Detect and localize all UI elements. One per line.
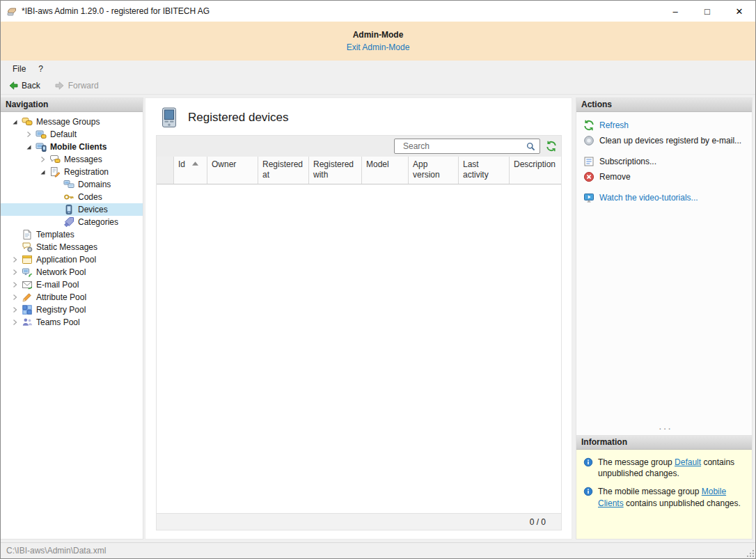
tree-item-registration[interactable]: Registration — [1, 166, 143, 178]
tree-item-label: Application Pool — [36, 255, 99, 265]
tree-expanded-icon[interactable] — [22, 143, 36, 151]
email-pool-icon — [22, 279, 33, 290]
admin-mode-banner: Admin-Mode Exit Admin-Mode — [1, 22, 755, 61]
info-link-default[interactable]: Default — [675, 457, 701, 467]
sort-ascending-icon — [192, 162, 198, 166]
forward-button[interactable]: Forward — [50, 79, 103, 93]
tree-item-label: Messages — [64, 155, 105, 164]
tree-item-label: Registration — [64, 167, 111, 177]
back-label: Back — [22, 81, 40, 90]
action-refresh[interactable]: Refresh — [583, 118, 748, 133]
tree-collapsed-icon[interactable] — [8, 255, 22, 264]
info-item-mobile-clients-unpublished: The mobile message group Mobile Clients … — [583, 486, 748, 508]
row-count: 0 / 0 — [530, 517, 546, 527]
tree-item-teams-pool[interactable]: Teams Pool — [1, 316, 143, 329]
actions-panel: Actions Refresh Clean up devices registe… — [576, 97, 753, 435]
tree-collapsed-icon[interactable] — [36, 155, 49, 164]
tree-item-label: Attribute Pool — [36, 292, 89, 302]
tree-item-label: Mobile Clients — [50, 142, 109, 152]
row-header-column — [157, 157, 174, 184]
column-header-owner[interactable]: Owner — [207, 157, 258, 184]
tree-item-label: Teams Pool — [36, 317, 83, 327]
teams-pool-icon — [22, 317, 33, 328]
information-header: Information — [576, 436, 752, 450]
action-watch-video-tutorials[interactable]: Watch the video-tutorials... — [583, 190, 748, 205]
tree-item-label: Static Messages — [36, 242, 100, 252]
navigation-toolbar: Back Forward — [1, 77, 755, 95]
search-box — [394, 139, 540, 154]
tree-item-messages[interactable]: Messages — [1, 153, 143, 166]
tree-collapsed-icon[interactable] — [8, 318, 22, 326]
exit-admin-mode-link[interactable]: Exit Admin-Mode — [347, 42, 410, 52]
action-clean-up-devices[interactable]: Clean up devices registerd by e-mail... — [583, 133, 748, 148]
tree-item-email-pool[interactable]: E-mail Pool — [1, 278, 143, 291]
subscriptions-icon — [583, 156, 594, 167]
action-remove[interactable]: Remove — [583, 169, 748, 184]
devices-icon — [63, 204, 74, 215]
forward-arrow-icon — [54, 80, 65, 91]
tree-collapsed-icon[interactable] — [8, 281, 22, 289]
tree-item-codes[interactable]: Codes — [1, 191, 143, 203]
tree-item-static-messages[interactable]: Static Messages — [1, 241, 143, 253]
maximize-button[interactable]: □ — [691, 1, 723, 22]
information-panel: Information The message group Default co… — [576, 435, 753, 540]
tree-item-domains[interactable]: Domains — [1, 178, 143, 191]
page-title: Registered devices — [188, 111, 289, 125]
column-header-last-activity[interactable]: Last activity — [459, 157, 510, 184]
tree-item-network-pool[interactable]: Network Pool — [1, 266, 143, 278]
column-header-id[interactable]: Id — [174, 157, 207, 184]
admin-mode-title: Admin-Mode — [353, 30, 404, 40]
tree-item-application-pool[interactable]: Application Pool — [1, 253, 143, 266]
tree-item-label: Domains — [78, 180, 113, 189]
tree-expanded-icon[interactable] — [8, 118, 22, 126]
registered-devices-icon — [160, 107, 178, 128]
back-button[interactable]: Back — [3, 79, 45, 93]
tree-item-templates[interactable]: Templates — [1, 228, 143, 241]
actions-list: Refresh Clean up devices registerd by e-… — [576, 112, 752, 435]
column-header-registered-with[interactable]: Registered with — [309, 157, 362, 184]
statusbar-path: C:\IBI-aws\Admin\Data.xml — [6, 546, 106, 556]
mobile-message-group-icon — [36, 141, 47, 152]
tree-item-default[interactable]: Default — [1, 128, 143, 141]
column-header-model[interactable]: Model — [362, 157, 409, 184]
information-list: The message group Default contains unpub… — [576, 450, 752, 539]
tree-item-label: Devices — [78, 205, 111, 214]
resize-grip-icon[interactable] — [746, 549, 755, 558]
panel-splitter[interactable]: ··· — [583, 423, 748, 434]
tree-item-message-groups[interactable]: Message Groups — [1, 116, 143, 128]
tree-collapsed-icon[interactable] — [8, 306, 22, 314]
tree-item-devices[interactable]: Devices — [1, 203, 143, 216]
column-header-registered-at[interactable]: Registered at — [258, 157, 309, 184]
tree-collapsed-icon[interactable] — [8, 293, 22, 301]
column-header-app-version[interactable]: App version — [409, 157, 459, 184]
templates-icon — [22, 229, 33, 240]
maximize-icon: □ — [704, 6, 710, 17]
search-input[interactable] — [395, 141, 521, 151]
tree-item-categories[interactable]: Categories — [1, 216, 143, 228]
tree-item-attribute-pool[interactable]: Attribute Pool — [1, 291, 143, 304]
main-panel: Registered devices — [145, 97, 572, 540]
titlebar: *IBI-aws Admin 1.29.0 - registered for I… — [1, 1, 755, 22]
page-title-row: Registered devices — [145, 98, 572, 135]
menu-file[interactable]: File — [6, 62, 32, 76]
categories-icon — [63, 216, 74, 228]
close-button[interactable]: ✕ — [723, 1, 755, 22]
search-icon[interactable] — [521, 139, 540, 153]
info-text: The mobile message group Mobile Clients … — [598, 486, 748, 508]
column-header-description[interactable]: Description — [510, 157, 561, 184]
minimize-button[interactable]: – — [659, 1, 691, 22]
info-item-default-unpublished: The message group Default contains unpub… — [583, 457, 748, 479]
tree-item-registry-pool[interactable]: Registry Pool — [1, 304, 143, 316]
domains-icon — [63, 179, 74, 190]
registry-pool-icon — [22, 304, 33, 315]
refresh-grid-icon[interactable] — [544, 139, 559, 154]
menu-help[interactable]: ? — [32, 62, 49, 76]
tree-collapsed-icon[interactable] — [8, 268, 22, 276]
refresh-icon — [583, 120, 594, 131]
tree-item-mobile-clients[interactable]: Mobile Clients — [1, 141, 143, 153]
action-subscriptions[interactable]: Subscriptions... — [583, 154, 748, 169]
tree-expanded-icon[interactable] — [36, 168, 49, 176]
message-group-icon — [36, 129, 47, 140]
app-window: *IBI-aws Admin 1.29.0 - registered for I… — [0, 0, 756, 559]
tree-collapsed-icon[interactable] — [22, 130, 36, 139]
